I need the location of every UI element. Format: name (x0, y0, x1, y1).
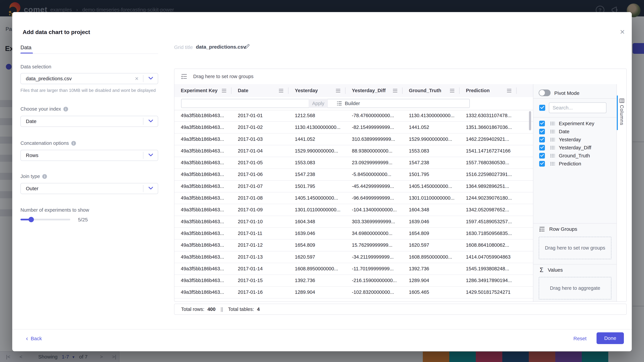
column-header-experiment-key[interactable]: Experiment Key (174, 84, 232, 97)
select-all-checkbox[interactable] (539, 105, 545, 111)
columns-tab-icon[interactable] (620, 98, 624, 103)
table-row: 49a3f5bb186b463...2017-01-091301.0110000… (174, 204, 533, 216)
column-header-yesterday-diff[interactable]: Yesterday_Diff (346, 84, 402, 97)
drag-grip-icon[interactable] (550, 154, 555, 158)
column-item-ground-truth[interactable]: Ground_Truth (533, 152, 616, 160)
chevron-down-icon[interactable] (148, 187, 154, 191)
table-cell: 49a3f5bb186b463... (174, 110, 232, 121)
table-cell: 49a3f5bb186b463... (174, 181, 232, 192)
info-icon[interactable]: i (71, 141, 76, 146)
divider (143, 75, 144, 82)
column-menu-icon[interactable] (336, 89, 340, 92)
back-button[interactable]: ‹ Back (25, 336, 43, 342)
tab-columns[interactable]: Columns (619, 105, 624, 125)
checkbox-checked[interactable] (539, 137, 545, 142)
drag-grip-icon[interactable] (550, 138, 555, 142)
checkbox-checked[interactable] (539, 129, 545, 134)
drag-grip-icon[interactable] (550, 162, 555, 166)
clear-icon[interactable]: ✕ (135, 76, 139, 81)
column-menu-icon[interactable] (507, 89, 512, 92)
table-row: 49a3f5bb186b463...2017-01-011212.568-78.… (174, 110, 533, 122)
apply-button[interactable]: Apply (308, 99, 328, 108)
total-rows-label: Total rows: (181, 307, 204, 312)
info-icon[interactable]: i (64, 107, 68, 111)
divider (533, 223, 616, 224)
divider (143, 152, 144, 159)
table-row: 49a3f5bb186b463...2017-01-141608.8950000… (174, 263, 533, 275)
sigma-icon: Σ (540, 267, 544, 274)
table-cell: 1547.238 (288, 169, 346, 180)
column-item-label: Date (559, 129, 569, 134)
column-header-yesterday[interactable]: Yesterday (288, 84, 346, 97)
table-cell: 49a3f5bb186b463... (174, 228, 232, 239)
data-selection-select[interactable]: data_predictions.csv ✕ (20, 73, 158, 84)
grid-filter-row: Apply Builder (174, 97, 533, 110)
table-cell: 1405.1450000000... (402, 181, 460, 192)
table-cell: 1516.22598027391... (460, 169, 516, 180)
drag-grip-icon[interactable] (550, 130, 555, 134)
column-menu-icon[interactable] (279, 89, 284, 92)
column-item-yesterday-diff[interactable]: Yesterday_Diff (533, 144, 616, 152)
column-menu-icon[interactable] (393, 89, 398, 92)
slider-handle[interactable] (28, 217, 34, 222)
checkbox-checked[interactable] (539, 121, 545, 126)
column-menu-icon[interactable] (450, 89, 454, 92)
values-drop-zone[interactable]: Drag here to aggregate (539, 277, 612, 300)
back-label: Back (31, 336, 42, 341)
column-menu-icon[interactable] (222, 89, 226, 92)
column-item-yesterday[interactable]: Yesterday (533, 136, 616, 144)
table-cell: 1286.34917890194... (460, 275, 516, 286)
tab-data[interactable]: Data (20, 44, 31, 51)
table-cell: 1244.90239076180... (460, 192, 516, 204)
pivot-mode-toggle[interactable] (539, 89, 550, 96)
column-item-experiment-key[interactable]: Experiment Key (533, 119, 616, 128)
row-groups-drop-zone[interactable]: Drag here to set row groups (539, 237, 612, 259)
reset-button[interactable]: Reset (572, 336, 588, 342)
table-cell: 2017-01-12 (232, 240, 288, 251)
close-icon[interactable]: ✕ (620, 29, 625, 35)
active-tab-indicator (617, 95, 618, 130)
table-cell: 310.63899999999... (346, 134, 402, 145)
screen: comet examples › demo-timeseries-forecas… (0, 0, 644, 362)
table-cell: 2017-01-03 (232, 134, 288, 145)
builder-button[interactable]: Builder (336, 99, 361, 108)
builder-label: Builder (345, 101, 360, 106)
table-cell: -5.84500000000... (346, 169, 402, 180)
drag-grip-icon[interactable] (550, 146, 555, 150)
table-cell: 49a3f5bb186b463... (174, 204, 232, 216)
experiments-slider[interactable] (20, 219, 70, 220)
table-cell: -45.44299999999... (346, 181, 402, 192)
grid-title-label: Grid title (174, 44, 193, 50)
vertical-scrollbar-thumb[interactable] (529, 111, 531, 130)
column-header-label: Prediction (466, 88, 507, 93)
column-item-date[interactable]: Date (533, 128, 616, 136)
checkbox-checked[interactable] (539, 145, 545, 150)
index-select[interactable]: Date (20, 116, 158, 127)
columns-tool-panel: Pivot Mode Experiment KeyDateYesterdayYe… (533, 84, 616, 302)
column-header-date[interactable]: Date (232, 84, 288, 97)
column-header-prediction[interactable]: Prediction (460, 84, 516, 97)
column-header-ground-truth[interactable]: Ground_Truth (402, 84, 460, 97)
table-cell: 1557.7680360530... (460, 157, 516, 168)
checkbox-checked[interactable] (539, 161, 545, 167)
table-cell: -102.8320000000... (346, 287, 402, 298)
chevron-down-icon[interactable] (148, 77, 154, 81)
info-icon[interactable]: i (42, 174, 47, 179)
table-cell: 2017-01-11 (232, 228, 288, 239)
row-group-drop-bar[interactable]: Drag here to set row groups (174, 69, 626, 84)
concatenation-select[interactable]: Rows (20, 150, 158, 161)
chevron-down-icon[interactable] (148, 153, 154, 157)
chevron-down-icon[interactable] (148, 119, 154, 123)
join-type-select[interactable]: Outer (20, 183, 158, 194)
column-item-prediction[interactable]: Prediction (533, 160, 616, 168)
table-cell: 49a3f5bb186b463... (174, 287, 232, 298)
done-button[interactable]: Done (596, 332, 624, 344)
table-cell: 1620.597 (402, 240, 460, 251)
checkbox-checked[interactable] (539, 153, 545, 159)
drag-grip-icon[interactable] (550, 121, 555, 125)
edit-pencil-icon[interactable] (244, 43, 250, 50)
column-search-input[interactable] (549, 102, 606, 113)
table-cell: -82.15499999999... (346, 122, 402, 133)
column-item-label: Ground_Truth (559, 153, 590, 159)
table-cell: 1547.238 (402, 157, 460, 168)
